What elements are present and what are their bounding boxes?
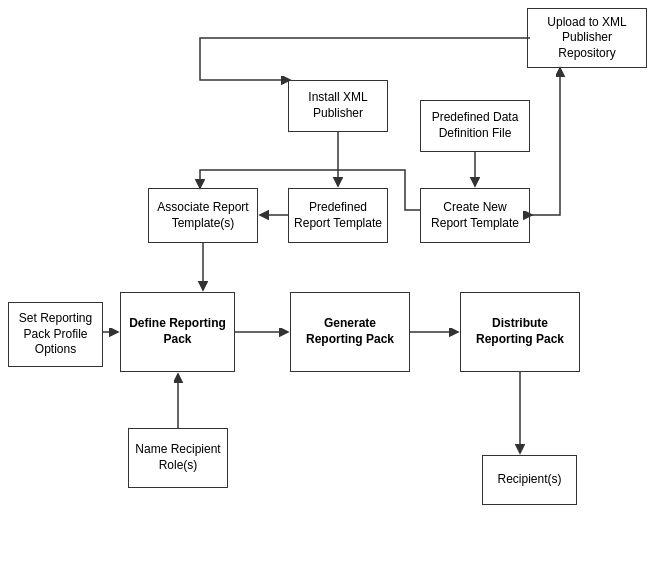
create-new-box: Create New Report Template bbox=[420, 188, 530, 243]
generate-label: Generate Reporting Pack bbox=[295, 316, 405, 347]
predefined-template-box: Predefined Report Template bbox=[288, 188, 388, 243]
associate-box: Associate Report Template(s) bbox=[148, 188, 258, 243]
upload-xml-label: Upload to XML Publisher Repository bbox=[532, 15, 642, 62]
set-profile-label: Set Reporting Pack Profile Options bbox=[13, 311, 98, 358]
create-new-label: Create New Report Template bbox=[425, 200, 525, 231]
distribute-label: Distribute Reporting Pack bbox=[465, 316, 575, 347]
name-recipient-box: Name Recipient Role(s) bbox=[128, 428, 228, 488]
set-profile-box: Set Reporting Pack Profile Options bbox=[8, 302, 103, 367]
distribute-box: Distribute Reporting Pack bbox=[460, 292, 580, 372]
generate-box: Generate Reporting Pack bbox=[290, 292, 410, 372]
name-recipient-label: Name Recipient Role(s) bbox=[133, 442, 223, 473]
install-xml-box: Install XML Publisher bbox=[288, 80, 388, 132]
predefined-data-label: Predefined Data Definition File bbox=[425, 110, 525, 141]
define-label: Define Reporting Pack bbox=[125, 316, 230, 347]
associate-label: Associate Report Template(s) bbox=[153, 200, 253, 231]
diagram: Upload to XML Publisher Repository Insta… bbox=[0, 0, 661, 580]
upload-xml-box: Upload to XML Publisher Repository bbox=[527, 8, 647, 68]
predefined-data-box: Predefined Data Definition File bbox=[420, 100, 530, 152]
predefined-template-label: Predefined Report Template bbox=[293, 200, 383, 231]
install-xml-label: Install XML Publisher bbox=[293, 90, 383, 121]
recipient-label: Recipient(s) bbox=[497, 472, 561, 488]
define-box: Define Reporting Pack bbox=[120, 292, 235, 372]
recipient-box: Recipient(s) bbox=[482, 455, 577, 505]
